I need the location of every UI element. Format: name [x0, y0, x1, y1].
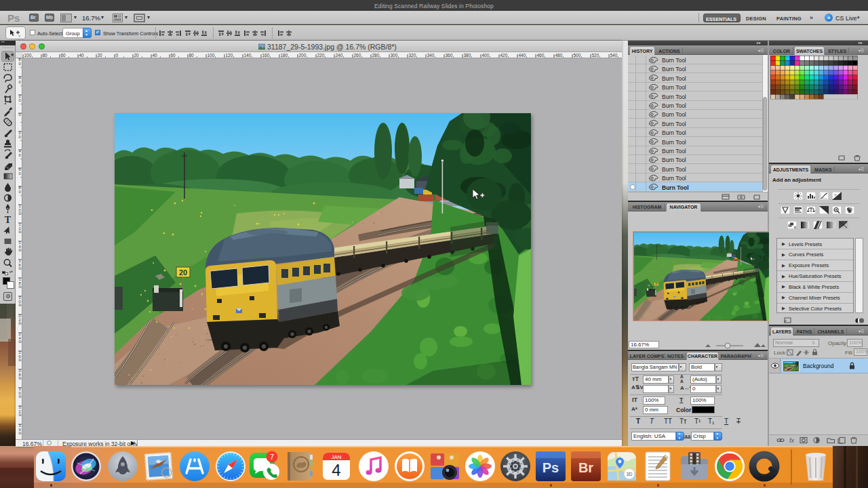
svg-text:280: 280	[372, 53, 380, 58]
svg-text:160: 160	[262, 53, 270, 58]
svg-text:20: 20	[98, 53, 103, 58]
svg-text:80: 80	[43, 53, 48, 58]
svg-text:100: 100	[24, 53, 32, 58]
svg-text:220: 220	[317, 53, 325, 58]
svg-text:80: 80	[19, 186, 21, 194]
svg-text:20: 20	[19, 131, 21, 139]
svg-text:420: 420	[500, 53, 508, 58]
svg-text:520: 520	[592, 53, 599, 58]
svg-text:120: 120	[226, 53, 233, 58]
svg-text:360: 360	[446, 53, 453, 58]
svg-text:140: 140	[244, 53, 252, 58]
svg-text:200: 200	[299, 53, 307, 58]
svg-text:v: v	[19, 34, 21, 38]
svg-text:60: 60	[19, 167, 21, 176]
svg-text:60: 60	[61, 53, 66, 58]
svg-text:+: +	[834, 192, 837, 197]
svg-text:T: T	[5, 215, 12, 225]
svg-text:180: 180	[281, 53, 288, 58]
svg-text:0: 0	[19, 113, 21, 117]
svg-text:20: 20	[19, 94, 21, 102]
svg-text:540: 540	[610, 53, 618, 58]
svg-text:0: 0	[116, 53, 119, 58]
svg-text:340: 340	[427, 53, 435, 58]
svg-text:4: 4	[332, 461, 340, 479]
svg-text:440: 440	[519, 53, 526, 58]
svg-text:JAN: JAN	[331, 454, 341, 460]
svg-text:3D: 3D	[627, 472, 633, 476]
svg-text:Br: Br	[578, 460, 593, 475]
svg-text:400: 400	[482, 53, 490, 58]
svg-text:Ps: Ps	[542, 460, 559, 475]
svg-text:300: 300	[391, 53, 398, 58]
svg-text:80: 80	[189, 53, 195, 58]
svg-text:320: 320	[409, 53, 416, 58]
svg-text:240: 240	[336, 53, 343, 58]
svg-text:260: 260	[354, 53, 361, 58]
svg-text:500: 500	[574, 53, 581, 58]
svg-text:100: 100	[208, 53, 215, 58]
svg-text:60: 60	[171, 53, 176, 58]
svg-text:7: 7	[270, 453, 274, 461]
svg-text:40: 40	[153, 53, 158, 58]
svg-text:fx: fx	[789, 437, 795, 444]
svg-text:480: 480	[555, 53, 563, 58]
svg-text:40: 40	[79, 53, 85, 58]
svg-text:20: 20	[134, 53, 140, 58]
svg-text:380: 380	[464, 53, 471, 58]
svg-text:60: 60	[19, 58, 21, 66]
svg-text:460: 460	[537, 53, 545, 58]
